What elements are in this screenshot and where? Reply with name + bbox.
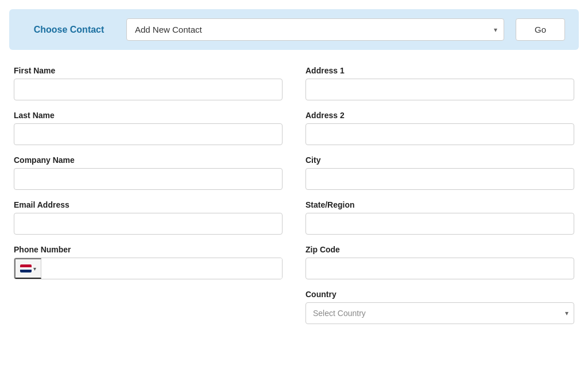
- city-label: City: [305, 155, 574, 165]
- go-button[interactable]: Go: [516, 18, 565, 41]
- chevron-down-icon: ▾: [33, 266, 36, 272]
- first-name-label: First Name: [14, 66, 283, 75]
- city-group: City: [305, 155, 574, 190]
- right-column: Address 1 Address 2 City State/Region Zi…: [305, 66, 574, 334]
- contact-select-wrapper: Add New Contact ▾: [126, 18, 504, 41]
- country-group: Country Select Country United States Can…: [305, 290, 574, 324]
- phone-number-group: Phone Number ▾: [14, 245, 283, 279]
- address1-label: Address 1: [305, 66, 574, 75]
- contact-select[interactable]: Add New Contact: [126, 18, 504, 41]
- last-name-input[interactable]: [14, 123, 283, 145]
- state-region-group: State/Region: [305, 200, 574, 235]
- country-select[interactable]: Select Country United States Canada Unit…: [305, 302, 574, 324]
- zip-code-label: Zip Code: [305, 245, 574, 254]
- first-name-group: First Name: [14, 66, 283, 100]
- zip-code-input[interactable]: [305, 258, 574, 279]
- flag-icon: [20, 264, 32, 272]
- last-name-group: Last Name: [14, 111, 283, 145]
- left-column: First Name Last Name Company Name Email …: [14, 66, 283, 334]
- first-name-input[interactable]: [14, 79, 283, 100]
- country-label: Country: [305, 290, 574, 299]
- page-container: Choose Contact Add New Contact ▾ Go Firs…: [0, 0, 588, 370]
- company-name-label: Company Name: [14, 155, 283, 165]
- company-name-group: Company Name: [14, 155, 283, 190]
- last-name-label: Last Name: [14, 111, 283, 120]
- phone-flag-button[interactable]: ▾: [14, 258, 41, 279]
- choose-contact-label: Choose Contact: [23, 25, 115, 35]
- address1-input[interactable]: [305, 79, 574, 100]
- company-name-input[interactable]: [14, 168, 283, 190]
- country-select-wrapper: Select Country United States Canada Unit…: [305, 302, 574, 324]
- address2-input[interactable]: [305, 123, 574, 145]
- address2-group: Address 2: [305, 111, 574, 145]
- city-input[interactable]: [305, 168, 574, 190]
- email-address-group: Email Address: [14, 200, 283, 235]
- phone-text-input[interactable]: [41, 258, 282, 279]
- state-region-label: State/Region: [305, 200, 574, 209]
- header-bar: Choose Contact Add New Contact ▾ Go: [9, 9, 579, 50]
- email-address-label: Email Address: [14, 200, 283, 209]
- state-region-input[interactable]: [305, 213, 574, 235]
- email-address-input[interactable]: [14, 213, 283, 235]
- phone-input-wrapper: ▾: [14, 258, 283, 279]
- zip-code-group: Zip Code: [305, 245, 574, 279]
- phone-number-label: Phone Number: [14, 245, 283, 254]
- form-grid: First Name Last Name Company Name Email …: [9, 66, 579, 334]
- address2-label: Address 2: [305, 111, 574, 120]
- address1-group: Address 1: [305, 66, 574, 100]
